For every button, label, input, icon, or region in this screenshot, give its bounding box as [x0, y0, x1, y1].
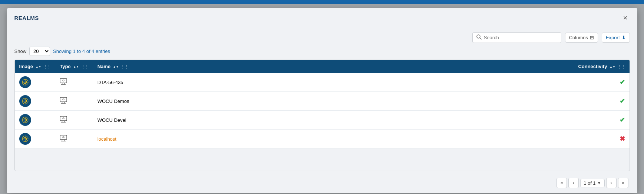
cell-name: localhost	[93, 130, 574, 148]
first-page-button[interactable]: «	[557, 178, 567, 188]
col-connectivity-menu-icon[interactable]: ⋮⋮	[618, 65, 625, 69]
table-row: WOCU Demos ✔	[15, 92, 630, 111]
svg-rect-41	[63, 137, 64, 138]
svg-rect-11	[63, 80, 64, 81]
type-icon	[60, 136, 67, 143]
modal-body: Columns ⊞ Export ⬇ Show 20 10 50 100 Sho…	[7, 26, 637, 193]
col-name-menu-icon[interactable]: ⋮⋮	[121, 65, 128, 69]
realms-table: Image ▲▼ ⋮⋮ Type ▲▼ ⋮⋮ Name	[15, 60, 630, 148]
cell-type	[55, 92, 93, 111]
table-row: DTA-56-435 ✔	[15, 73, 630, 92]
prev-page-button[interactable]: ‹	[568, 178, 579, 188]
table-row: WOCU Devel ✔	[15, 111, 630, 130]
svg-rect-7	[60, 78, 67, 83]
table-header-row: Image ▲▼ ⋮⋮ Type ▲▼ ⋮⋮ Name	[15, 60, 630, 73]
search-icon	[476, 34, 482, 41]
last-page-button[interactable]: »	[618, 178, 628, 188]
type-icon	[60, 80, 67, 86]
table-row: localhost ✖	[15, 130, 630, 148]
type-icon	[60, 117, 67, 124]
modal-header: REALMS ×	[7, 8, 637, 26]
svg-rect-21	[63, 99, 64, 100]
col-connectivity: Connectivity ▲▼ ⋮⋮	[574, 60, 629, 73]
type-icon	[60, 98, 67, 105]
columns-button[interactable]: Columns ⊞	[565, 33, 598, 43]
export-label: Export	[606, 35, 620, 40]
cell-type	[55, 130, 93, 148]
avatar	[19, 95, 31, 107]
table-container: Image ▲▼ ⋮⋮ Type ▲▼ ⋮⋮ Name	[14, 60, 630, 171]
export-button[interactable]: Export ⬇	[602, 33, 630, 43]
export-icon: ⬇	[622, 35, 626, 40]
connectivity-ok-icon: ✔	[620, 78, 625, 86]
col-image: Image ▲▼ ⋮⋮	[15, 60, 56, 73]
col-name: Name ▲▼ ⋮⋮	[93, 60, 574, 73]
cell-image	[15, 92, 56, 111]
pagination: « ‹ 1 of 1 ▼ › »	[14, 175, 630, 190]
modal-title: REALMS	[14, 15, 39, 21]
sort-type-icon[interactable]: ▲▼	[73, 66, 79, 68]
connectivity-fail-icon: ✖	[620, 135, 625, 143]
sort-connectivity-icon[interactable]: ▲▼	[610, 66, 615, 68]
columns-label: Columns	[569, 35, 588, 40]
show-label: Show	[14, 48, 27, 54]
realms-modal: REALMS × Columns ⊞	[7, 8, 637, 193]
search-input[interactable]	[484, 35, 557, 40]
cell-name: WOCU Devel	[93, 111, 574, 130]
col-type-menu-icon[interactable]: ⋮⋮	[81, 65, 89, 69]
sort-name-icon[interactable]: ▲▼	[113, 66, 119, 68]
avatar	[19, 133, 31, 145]
cell-connectivity: ✔	[574, 92, 629, 111]
next-page-button[interactable]: ›	[606, 178, 617, 188]
columns-icon: ⊞	[590, 35, 594, 40]
cell-image	[15, 130, 56, 148]
search-box	[472, 32, 561, 43]
close-button[interactable]: ×	[621, 13, 630, 22]
connectivity-ok-icon: ✔	[620, 97, 625, 105]
col-image-menu-icon[interactable]: ⋮⋮	[43, 65, 51, 69]
svg-rect-17	[60, 97, 67, 102]
avatar	[19, 114, 31, 126]
connectivity-ok-icon: ✔	[620, 116, 625, 124]
cell-connectivity: ✔	[574, 111, 629, 130]
cell-name: WOCU Demos	[93, 92, 574, 111]
avatar	[19, 76, 31, 88]
cell-connectivity: ✔	[574, 73, 629, 92]
toolbar: Columns ⊞ Export ⬇	[14, 32, 630, 43]
svg-rect-27	[60, 116, 67, 121]
cell-type	[55, 73, 93, 92]
cell-image	[15, 73, 56, 92]
cell-connectivity: ✖	[574, 130, 629, 148]
show-select[interactable]: 20 10 50 100	[29, 47, 50, 56]
page-info: 1 of 1 ▼	[580, 179, 604, 187]
page-dropdown-icon[interactable]: ▼	[597, 181, 601, 185]
col-type: Type ▲▼ ⋮⋮	[55, 60, 93, 73]
svg-line-1	[480, 38, 481, 39]
page-number: 1 of 1	[584, 180, 596, 186]
sort-image-icon[interactable]: ▲▼	[36, 66, 42, 68]
svg-rect-37	[60, 135, 67, 140]
svg-rect-31	[63, 118, 64, 119]
cell-type	[55, 111, 93, 130]
cell-image	[15, 111, 56, 130]
show-row: Show 20 10 50 100 Showing 1 to 4 of 4 en…	[14, 47, 630, 56]
entries-info: Showing 1 to 4 of 4 entries	[53, 48, 110, 54]
cell-name: DTA-56-435	[93, 73, 574, 92]
